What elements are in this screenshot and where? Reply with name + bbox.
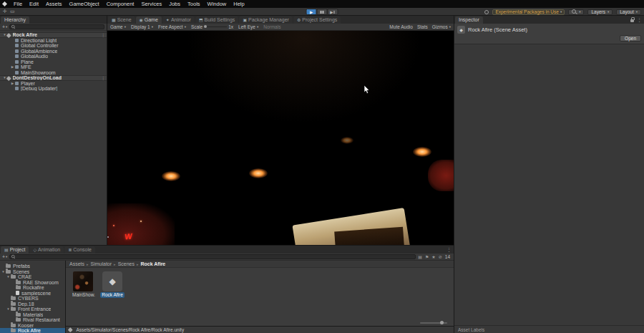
step-button[interactable]: ▶ bbox=[328, 9, 338, 15]
menu-jobs[interactable]: Jobs bbox=[165, 0, 184, 8]
folder-kooser[interactable]: Kooser bbox=[0, 323, 65, 329]
breadcrumb-rock-afire[interactable]: Rock Afire bbox=[141, 261, 166, 266]
normals-toggle[interactable]: Normals bbox=[263, 24, 280, 29]
hierarchy-search-input[interactable] bbox=[9, 24, 104, 29]
tab-project-settings[interactable]: ⚙Project Settings bbox=[293, 16, 341, 24]
hierarchy-item-globalaudio[interactable]: GlobalAudio bbox=[0, 54, 107, 59]
folder-scenes[interactable]: ▼Scenes bbox=[0, 269, 65, 275]
hierarchy-item-plane[interactable]: Plane bbox=[0, 59, 107, 65]
expand-arrow-icon[interactable]: ▼ bbox=[6, 307, 11, 312]
gameobject-icon bbox=[15, 39, 19, 42]
play-icon: ▶ bbox=[310, 10, 313, 14]
hierarchy-item-directional-light[interactable]: Directional Light bbox=[0, 38, 107, 44]
tab-console[interactable]: ≣Console bbox=[64, 246, 95, 254]
hierarchy-item-globalambience[interactable]: GlobalAmbience bbox=[0, 49, 107, 54]
breadcrumb: Assets▸Simulator▸Scenes▸Rock Afire bbox=[66, 261, 454, 268]
display-dropdown[interactable]: Display 1 ▾ bbox=[131, 24, 153, 29]
search-by-type-icon[interactable]: ▤ bbox=[418, 254, 422, 259]
folder-cybers[interactable]: CYBERS bbox=[0, 296, 65, 301]
tab-package-manager[interactable]: ▣Package Manager bbox=[239, 16, 293, 24]
expand-arrow-icon[interactable]: ▶ bbox=[10, 81, 15, 86]
project-search-input[interactable] bbox=[9, 254, 416, 259]
hierarchy-item-mfe[interactable]: ▶MFE bbox=[0, 64, 107, 70]
scale-slider[interactable] bbox=[204, 26, 227, 27]
create-button[interactable]: +▾ bbox=[2, 24, 7, 29]
asset-labels-section[interactable]: Asset Labels bbox=[454, 325, 644, 333]
create-button[interactable]: +▾ bbox=[2, 254, 7, 259]
tab-build-settings[interactable]: ⬒Build Settings bbox=[195, 16, 238, 24]
layout-dropdown[interactable]: Layout ▾ bbox=[616, 9, 641, 15]
lock-icon[interactable] bbox=[630, 19, 634, 22]
experimental-packages-button[interactable]: Experimental Packages in Use ▾ bbox=[492, 9, 565, 15]
folder-prefabs[interactable]: Prefabs bbox=[0, 264, 65, 269]
thumbnail-size-slider[interactable] bbox=[420, 322, 447, 324]
tab-project[interactable]: ▤Project bbox=[1, 246, 29, 254]
expand-arrow-icon[interactable]: ▼ bbox=[1, 269, 6, 274]
kebab-menu-icon[interactable]: ⋮ bbox=[637, 17, 642, 23]
expand-arrow-icon[interactable]: ▼ bbox=[6, 274, 11, 279]
menu-tools[interactable]: Tools bbox=[184, 0, 204, 8]
asset-mainshow[interactable]: MainShow... bbox=[71, 271, 95, 298]
asset-rock-afire[interactable]: ◆Rock Afire bbox=[100, 271, 125, 298]
hierarchy-item-debug-updater[interactable]: [Debug Updater] bbox=[0, 86, 107, 92]
rect-tool-icon[interactable]: ▭ bbox=[10, 8, 15, 15]
mute-audio-toggle[interactable]: Mute Audio bbox=[389, 24, 413, 29]
scene-options-icon[interactable]: ⋮ bbox=[101, 75, 105, 80]
tab-hierarchy[interactable]: Hierarchy bbox=[1, 16, 29, 24]
folder-rockafire[interactable]: Rockafire bbox=[0, 285, 65, 291]
breadcrumb-assets[interactable]: Assets bbox=[69, 261, 84, 266]
kebab-menu-icon[interactable]: ⋮ bbox=[447, 247, 452, 253]
hierarchy-item-mainshowroom[interactable]: MainShowroom bbox=[0, 70, 107, 76]
hierarchy-item-player[interactable]: ▶Player bbox=[0, 81, 107, 87]
menu-window[interactable]: Window bbox=[204, 0, 230, 8]
eye-dropdown[interactable]: Left Eye ▾ bbox=[238, 24, 258, 29]
hierarchy-item-global-controller[interactable]: Global Controller bbox=[0, 43, 107, 49]
tab-scene[interactable]: ▦Scene bbox=[108, 16, 135, 24]
menu-component[interactable]: Component bbox=[103, 0, 138, 8]
tab-animator[interactable]: ✦Animator bbox=[162, 16, 195, 24]
menu-gameobject[interactable]: GameObject bbox=[66, 0, 103, 8]
folder-rock-afire[interactable]: Rock Afire bbox=[0, 328, 65, 333]
folder-rae-showroom[interactable]: RAE Showroom bbox=[0, 280, 65, 286]
hierarchy-scene-rock-afire[interactable]: ▼Rock Afire⋮ bbox=[0, 32, 107, 38]
stats-toggle[interactable]: Stats bbox=[417, 24, 428, 29]
search-dropdown[interactable]: ▾ bbox=[568, 9, 584, 15]
folder-front-entrance[interactable]: ▼Front Entrance bbox=[0, 307, 65, 312]
play-button[interactable]: ▶ bbox=[306, 9, 317, 15]
breadcrumb-simulator[interactable]: Simulator bbox=[91, 261, 112, 266]
pause-button[interactable] bbox=[317, 9, 328, 15]
open-button[interactable]: Open bbox=[620, 35, 641, 42]
layers-label: Layers bbox=[591, 10, 605, 14]
hierarchy-scene-dontdestroyonload[interactable]: ▼DontDestroyOnLoad⋮ bbox=[0, 75, 107, 81]
menu-file[interactable]: File bbox=[10, 0, 26, 8]
folder-samplescene[interactable]: samplescene bbox=[0, 291, 65, 296]
folder-rival-restaurant[interactable]: Rival Restaurant bbox=[0, 317, 65, 323]
expand-arrow-icon[interactable]: ▶ bbox=[10, 64, 15, 69]
menu-edit[interactable]: Edit bbox=[26, 0, 42, 8]
menu-services[interactable]: Services bbox=[137, 0, 165, 8]
folder-dep-18[interactable]: Dep.18 bbox=[0, 301, 65, 307]
tab-game[interactable]: ◉Game bbox=[136, 16, 162, 24]
tab-inspector[interactable]: Inspector bbox=[455, 16, 483, 24]
file-icon bbox=[16, 291, 19, 295]
search-by-label-icon[interactable]: ⚑ bbox=[425, 254, 429, 259]
menu-assets[interactable]: Assets bbox=[42, 0, 66, 8]
save-search-icon[interactable]: ★ bbox=[431, 254, 435, 259]
scale-slider-knob[interactable] bbox=[204, 25, 207, 28]
hidden-packages-icon[interactable]: ⊘ bbox=[439, 254, 442, 259]
layers-dropdown[interactable]: Layers ▾ bbox=[587, 9, 613, 15]
services-icon[interactable] bbox=[484, 10, 489, 14]
move-tool-icon[interactable]: ✛ bbox=[3, 8, 7, 15]
tab-animation[interactable]: ◇Animation bbox=[29, 246, 64, 254]
aspect-dropdown[interactable]: Free Aspect ▾ bbox=[158, 24, 186, 29]
display-target-dropdown[interactable]: Game ▾ bbox=[110, 24, 126, 29]
scene-options-icon[interactable]: ⋮ bbox=[101, 32, 105, 37]
folder-icon bbox=[16, 281, 21, 284]
game-viewport[interactable]: W bbox=[107, 31, 454, 245]
folder-materials[interactable]: Materials bbox=[0, 312, 65, 318]
thumbnail-size-knob[interactable] bbox=[440, 321, 444, 324]
menu-help[interactable]: Help bbox=[230, 0, 248, 8]
folder-crae[interactable]: ▼CRAE bbox=[0, 274, 65, 280]
gizmos-dropdown[interactable]: Gizmos ▾ bbox=[432, 24, 451, 29]
breadcrumb-scenes[interactable]: Scenes bbox=[118, 261, 135, 266]
